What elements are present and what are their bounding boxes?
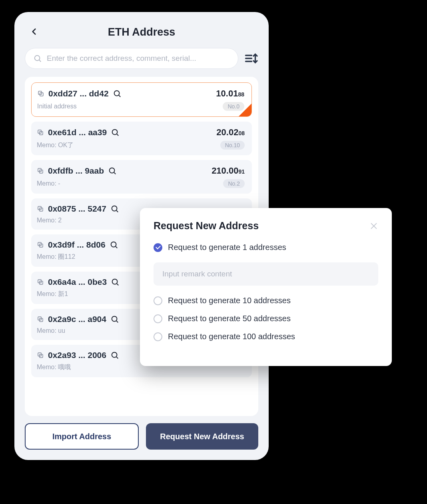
svg-line-17 xyxy=(114,172,116,174)
close-icon[interactable] xyxy=(369,222,378,230)
radio-icon[interactable] xyxy=(154,314,162,323)
generate-option[interactable]: Request to generate 10 addresses xyxy=(154,296,378,305)
index-chip: No.10 xyxy=(220,141,245,150)
copy-icon[interactable] xyxy=(37,90,44,97)
address-text: 0x6a4a ... 0be3 xyxy=(48,277,107,287)
option-label: Request to generate 50 addresses xyxy=(168,314,291,323)
memo-text: Memo: - xyxy=(37,180,60,187)
search-icon xyxy=(33,54,42,63)
copy-icon[interactable] xyxy=(37,241,44,248)
copy-icon[interactable] xyxy=(37,205,44,212)
copy-icon[interactable] xyxy=(37,129,44,136)
svg-point-12 xyxy=(112,130,118,135)
search-row xyxy=(25,48,258,69)
modal-options: Request to generate 1 addresses Request … xyxy=(154,243,378,341)
svg-line-9 xyxy=(119,95,120,97)
address-item[interactable]: 0xe61d ... aa39 20.0208 Memo: OK了 No.10 xyxy=(31,122,252,155)
svg-point-32 xyxy=(112,316,117,322)
memo-text: Memo: 新1 xyxy=(37,290,68,298)
memo-text: Memo: uu xyxy=(37,327,65,334)
copy-icon[interactable] xyxy=(37,316,44,323)
radio-icon[interactable] xyxy=(154,332,162,341)
memo-text: Memo: OK了 xyxy=(37,141,74,150)
index-chip: No.0 xyxy=(223,102,244,111)
option-label: Request to generate 100 addresses xyxy=(168,332,295,341)
memo-text: Memo: 2 xyxy=(37,217,62,224)
magnify-icon[interactable] xyxy=(111,278,120,286)
svg-point-8 xyxy=(114,91,119,96)
radio-icon[interactable] xyxy=(154,243,162,252)
svg-point-36 xyxy=(112,352,117,358)
address-text: 0x0875 ... 5247 xyxy=(48,204,106,214)
bottom-actions: Import Address Request New Address xyxy=(25,416,258,460)
address-text: 0xdd27 ... dd42 xyxy=(48,89,109,98)
svg-point-20 xyxy=(112,206,117,211)
modal-header: Request New Address xyxy=(154,220,378,232)
copy-icon[interactable] xyxy=(37,167,44,174)
header: ETH Address xyxy=(25,22,258,42)
address-text: 0x3d9f ... 8d06 xyxy=(48,240,106,250)
page-title: ETH Address xyxy=(108,26,176,38)
address-item[interactable]: 0xfdfb ... 9aab 210.0091 Memo: - No.2 xyxy=(31,160,252,194)
copy-icon[interactable] xyxy=(37,352,44,359)
option-label: Request to generate 1 addresses xyxy=(168,243,286,252)
svg-point-24 xyxy=(111,242,116,247)
index-chip: No.2 xyxy=(223,179,245,188)
generate-option[interactable]: Request to generate 50 addresses xyxy=(154,314,378,323)
request-new-address-modal: Request New Address Request to generate … xyxy=(140,208,392,366)
svg-line-1 xyxy=(39,60,41,62)
magnify-icon[interactable] xyxy=(110,315,119,324)
magnify-icon[interactable] xyxy=(108,166,117,175)
magnify-icon[interactable] xyxy=(110,351,119,360)
svg-point-16 xyxy=(110,168,115,173)
import-address-button[interactable]: Import Address xyxy=(25,423,139,450)
back-icon[interactable] xyxy=(29,26,39,37)
request-new-address-button[interactable]: Request New Address xyxy=(146,423,258,450)
sort-icon[interactable] xyxy=(244,51,258,66)
generate-option[interactable]: Request to generate 100 addresses xyxy=(154,332,378,341)
balance: 20.0208 xyxy=(216,127,245,138)
address-item[interactable]: 0xdd27 ... dd42 10.0188 Initial address … xyxy=(31,82,252,117)
balance: 10.0188 xyxy=(216,88,244,99)
radio-icon[interactable] xyxy=(154,296,162,305)
svg-line-33 xyxy=(116,321,118,322)
magnify-icon[interactable] xyxy=(111,128,120,137)
magnify-icon[interactable] xyxy=(113,89,122,98)
search-input[interactable] xyxy=(47,54,230,63)
option-label: Request to generate 10 addresses xyxy=(168,296,291,305)
memo-text: Memo: 哦哦 xyxy=(37,363,71,372)
svg-line-37 xyxy=(116,357,118,358)
address-text: 0x2a9c ... a904 xyxy=(48,314,106,324)
generate-option[interactable]: Request to generate 1 addresses xyxy=(154,243,378,252)
svg-point-0 xyxy=(35,56,40,61)
address-text: 0xe61d ... aa39 xyxy=(48,128,107,137)
copy-icon[interactable] xyxy=(37,278,44,286)
svg-line-29 xyxy=(117,284,118,285)
memo-text: Initial address xyxy=(37,103,77,110)
search-box[interactable] xyxy=(25,48,238,69)
svg-line-25 xyxy=(116,246,117,248)
magnify-icon[interactable] xyxy=(110,240,118,249)
balance: 210.0091 xyxy=(212,166,245,176)
magnify-icon[interactable] xyxy=(110,204,119,213)
svg-line-21 xyxy=(116,210,118,212)
memo-text: Memo: 圈112 xyxy=(37,253,75,261)
address-text: 0xfdfb ... 9aab xyxy=(48,166,104,176)
address-text: 0x2a93 ... 2006 xyxy=(48,350,106,360)
modal-title: Request New Address xyxy=(154,220,259,232)
svg-line-13 xyxy=(117,134,118,136)
svg-point-28 xyxy=(112,279,118,284)
remark-input[interactable] xyxy=(154,262,378,286)
